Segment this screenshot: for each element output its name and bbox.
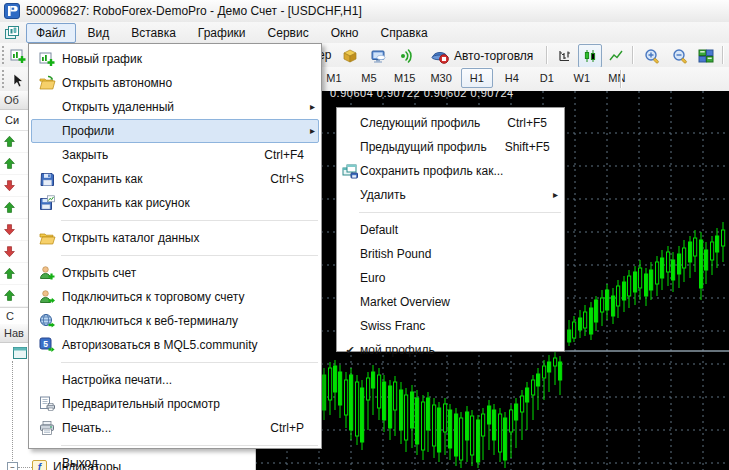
menu-item[interactable]: Предварительный просмотр <box>31 392 319 416</box>
menu-item[interactable]: Сохранить как рисунок <box>31 191 319 215</box>
menu-item-label: Авторизоваться в MQL5.community <box>62 338 258 352</box>
signals-button[interactable] <box>394 44 418 68</box>
menu-separator <box>61 255 318 256</box>
autotrading-button[interactable]: Авто-торговля <box>424 44 540 68</box>
zoom-in-icon <box>644 48 661 65</box>
open-offline-icon <box>32 75 62 91</box>
candlestick <box>628 270 631 308</box>
zoom-in-button[interactable] <box>640 44 664 68</box>
menubar-item[interactable]: Вид <box>78 23 120 43</box>
cursor-button[interactable] <box>6 68 30 92</box>
title-bar: 500096827: RoboForex-DemoPro - Демо Счет… <box>0 0 729 23</box>
menu-item[interactable]: Открыть удаленный▸ <box>31 95 319 119</box>
menu-item[interactable]: Открыть автономно <box>31 71 319 95</box>
candlestick <box>499 408 502 462</box>
candlestick <box>416 390 419 455</box>
candlestick <box>449 404 452 460</box>
menubar-item[interactable]: Вставка <box>121 23 186 43</box>
menu-item[interactable]: Печать...Ctrl+P <box>31 416 319 440</box>
menubar-item[interactable]: Окно <box>321 23 369 43</box>
menu-item[interactable]: Сохранить какCtrl+S <box>31 167 319 191</box>
timeframe-button-d1[interactable]: D1 <box>531 68 563 88</box>
menu-separator <box>61 445 318 446</box>
candlestick <box>339 365 342 418</box>
timeframe-buttons: M1M5M15M30H1H4D1W1MN <box>318 68 636 88</box>
candlestick <box>700 232 703 300</box>
menu-item[interactable]: British Pound <box>339 242 562 266</box>
new-chart-button[interactable] <box>6 44 30 68</box>
menu-separator <box>61 220 318 221</box>
toolbar-separator <box>722 46 723 64</box>
vps-button[interactable] <box>366 44 390 68</box>
menu-item[interactable]: Открыть каталог данных <box>31 226 319 250</box>
menu-item-label: Открыть счет <box>62 266 136 280</box>
tree-connector <box>18 467 32 468</box>
candlestick <box>345 372 348 428</box>
menu-item-label: British Pound <box>360 247 431 261</box>
timeframe-button-h1[interactable]: H1 <box>461 68 493 88</box>
market-button[interactable] <box>338 44 362 68</box>
menu-item[interactable]: Swiss Franc <box>339 314 562 338</box>
menu-item[interactable]: Подключиться к торговому счету <box>31 285 319 309</box>
menu-item[interactable]: Открыть счет <box>31 261 319 285</box>
menubar-item[interactable]: Сервис <box>258 23 319 43</box>
svg-text:5: 5 <box>43 339 48 349</box>
tile-windows-button[interactable] <box>694 44 718 68</box>
candlestick-chart-button[interactable] <box>578 44 602 68</box>
new-chart-icon <box>32 51 62 67</box>
timeframe-button-h4[interactable]: H4 <box>496 68 528 88</box>
menubar-item[interactable]: Справка <box>371 23 438 43</box>
menubar-item[interactable]: Файл <box>26 23 76 43</box>
menu-item[interactable]: 5Авторизоваться в MQL5.community <box>31 333 319 357</box>
timeframe-button-w1[interactable]: W1 <box>566 68 598 88</box>
menubar-item[interactable]: Графики <box>188 23 256 43</box>
checkmark-icon: ✔ <box>340 344 360 357</box>
candlestick <box>590 302 593 340</box>
line-chart-button[interactable] <box>604 44 628 68</box>
timeframe-button-m5[interactable]: M5 <box>353 68 385 88</box>
candlestick <box>323 368 326 420</box>
tree-collapse-icon[interactable]: − <box>7 462 18 470</box>
menu-item[interactable]: Euro <box>339 266 562 290</box>
candlestick <box>711 236 714 275</box>
price-up-arrow-icon <box>3 135 16 148</box>
terminal-node-icon <box>13 347 27 359</box>
candlestick <box>329 362 332 415</box>
candlestick <box>612 288 615 324</box>
menu-item[interactable]: ✔мой профиль <box>339 338 562 362</box>
save-picture-icon <box>32 195 62 211</box>
menu-item[interactable]: Удалить▸ <box>339 183 562 207</box>
candlestick <box>460 412 463 468</box>
candlestick <box>378 368 381 420</box>
menu-item[interactable]: Предыдущий профильShift+F5 <box>339 135 562 159</box>
candlestick <box>722 222 725 262</box>
zoom-out-icon <box>672 48 689 65</box>
candlestick <box>504 412 507 468</box>
timeframe-button-m1[interactable]: M1 <box>318 68 350 88</box>
menu-item[interactable]: Выход <box>31 451 319 470</box>
connect-account-icon <box>32 289 62 305</box>
menu-item[interactable]: Следующий профильCtrl+F5 <box>339 111 562 135</box>
timeframe-button-mn[interactable]: MN <box>601 68 633 88</box>
timeframe-button-m30[interactable]: M30 <box>424 68 457 88</box>
bar-chart-button[interactable] <box>552 44 576 68</box>
menu-item[interactable]: Default <box>339 218 562 242</box>
menu-item[interactable]: ЗакрытьCtrl+F4 <box>31 143 319 167</box>
menu-item[interactable]: Market Overview <box>339 290 562 314</box>
candlestick <box>694 230 697 272</box>
timeframe-button-m15[interactable]: M15 <box>388 68 421 88</box>
menu-bar: ФайлВидВставкаГрафикиСервисОкноСправка <box>0 22 729 44</box>
candlestick <box>455 408 458 466</box>
menu-item[interactable]: Новый график <box>31 47 319 71</box>
menu-item-label: мой профиль <box>360 343 435 357</box>
menu-item[interactable]: Сохранить профиль как... <box>339 159 562 183</box>
new-chart-icon <box>10 48 26 64</box>
candlestick <box>372 365 375 415</box>
menu-item[interactable]: Профили▸ <box>31 119 319 143</box>
candlestick <box>568 320 571 346</box>
zoom-out-button[interactable] <box>668 44 692 68</box>
candlestick <box>433 398 436 458</box>
menu-item[interactable]: Подключиться к веб-терминалу <box>31 309 319 333</box>
menu-item[interactable]: Настройка печати... <box>31 368 319 392</box>
chart-window-system-icon[interactable] <box>4 25 20 41</box>
